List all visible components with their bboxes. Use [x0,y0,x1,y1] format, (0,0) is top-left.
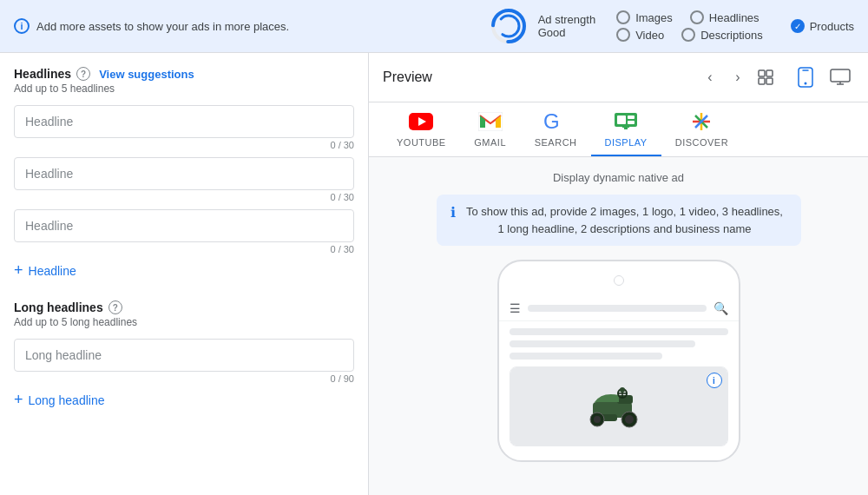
add-headline-label: Headline [29,264,76,278]
nav-option-products[interactable]: Products [791,19,854,33]
nav-option-video[interactable]: Video [616,28,664,42]
long-headline-field-1-wrapper: 0 / 90 [14,339,354,384]
headline-field-2[interactable] [14,157,354,190]
nav-option-headlines[interactable]: Headlines [690,10,760,24]
info-banner: ℹ To show this ad, provide 2 images, 1 l… [437,195,801,246]
headlines-section: Headlines ? View suggestions Add up to 5… [14,67,354,280]
desktop-icon[interactable] [826,63,854,91]
headlines-title-row: Headlines ? View suggestions [14,67,354,81]
left-panel: Headlines ? View suggestions Add up to 5… [0,53,369,495]
view-suggestions-link[interactable]: View suggestions [99,68,194,81]
long-headline-field-1[interactable] [14,339,354,372]
long-headlines-section: Long headlines ? Add up to 5 long headli… [14,300,354,409]
headline-field-3[interactable] [14,209,354,242]
svg-rect-22 [624,127,628,129]
top-bar: i Add more assets to show your ads in mo… [0,0,868,53]
display-label: DISPLAY [605,137,648,148]
gmail-icon [478,109,503,134]
search-platform-icon: G [543,109,568,134]
headlines-subtitle: Add up to 5 headlines [14,82,354,95]
add-plus-icon: + [14,261,23,280]
platform-tabs: YOUTUBE GMAIL [369,102,868,157]
tab-gmail[interactable]: GMAIL [460,102,521,156]
headline-2-char-count: 0 / 30 [14,192,354,202]
phone-search-icon: 🔍 [713,301,728,315]
long-headlines-title: Long headlines [14,300,103,314]
images-radio[interactable] [616,10,630,24]
tab-discover[interactable]: DISCOVER [661,102,742,156]
svg-text:G: G [543,109,560,133]
content-line-2 [510,340,695,347]
info-text: Add more assets to show your ads in more… [36,20,289,33]
phone-camera [614,275,624,286]
headlines-radio[interactable] [690,10,704,24]
long-headlines-subtitle: Add up to 5 long headlines [14,316,354,328]
headline-field-1[interactable] [14,105,354,138]
device-icons [792,63,854,91]
svg-rect-5 [759,78,765,84]
descriptions-label: Descriptions [700,29,763,42]
add-long-headline-button[interactable]: + Long headline [14,391,354,409]
svg-rect-6 [766,78,773,84]
search-label: SEARCH [535,137,577,148]
headlines-title: Headlines [14,67,71,81]
products-label: Products [810,20,854,33]
svg-point-8 [805,82,807,85]
grid-icon[interactable] [753,65,778,89]
phone-mockup: ☰ 🔍 [497,260,740,462]
long-headline-1-char-count: 0 / 90 [14,373,354,384]
headlines-help-icon[interactable]: ? [76,67,90,81]
preview-content: Display dynamic native ad ℹ To show this… [369,157,868,495]
discover-label: DISCOVER [675,137,728,148]
content-line-3 [510,353,662,360]
long-headlines-help-icon[interactable]: ? [108,300,122,314]
content-line-1 [510,328,728,335]
nav-options: Images Headlines Video Descriptions [616,10,763,42]
add-headline-button[interactable]: + Headline [14,261,354,280]
video-label: Video [635,29,664,42]
info-icon: i [14,18,30,34]
gmail-label: GMAIL [474,137,506,148]
svg-rect-10 [831,69,850,82]
headline-field-1-wrapper: 0 / 30 [14,105,354,150]
ad-strength-value: Good [538,26,596,39]
ad-strength-label: Ad strength [538,13,596,26]
svg-rect-20 [628,121,635,124]
svg-point-32 [594,416,601,423]
mower-image [584,376,654,437]
headlines-label: Headlines [709,11,760,24]
info-banner-icon: ℹ [450,204,456,221]
nav-option-descriptions[interactable]: Descriptions [681,28,763,42]
youtube-icon [409,109,433,134]
preview-nav: ‹ › [698,65,778,89]
svg-rect-3 [759,70,765,76]
mobile-icon[interactable] [792,63,819,91]
long-headlines-title-row: Long headlines ? [14,300,354,314]
svg-rect-18 [617,116,626,124]
headline-3-char-count: 0 / 30 [14,244,354,254]
tab-youtube[interactable]: YOUTUBE [383,102,460,156]
add-long-headline-label: Long headline [29,393,105,407]
phone-ad-image: i [510,367,727,446]
svg-point-38 [620,387,625,393]
nav-option-images[interactable]: Images [616,10,673,24]
main-content: Headlines ? View suggestions Add up to 5… [0,53,868,495]
preview-header: Preview ‹ › [369,53,868,102]
phone-ad-info-btn: i [707,373,722,388]
nav-row-1: Images Headlines [616,10,763,24]
video-radio[interactable] [616,28,630,42]
ad-strength-text: Ad strength Good [538,13,596,39]
svg-rect-4 [766,70,773,76]
tab-display[interactable]: DISPLAY [591,102,661,156]
svg-point-2 [498,16,519,36]
prev-arrow[interactable]: ‹ [698,65,722,89]
products-radio[interactable] [791,19,805,33]
add-long-plus-icon: + [14,391,23,409]
next-arrow[interactable]: › [726,65,750,89]
right-panel: Preview ‹ › [369,53,868,495]
phone-content: i [499,321,739,460]
ad-strength-section: Ad strength Good [490,7,596,45]
tab-search[interactable]: G SEARCH [521,102,591,156]
descriptions-radio[interactable] [681,28,695,42]
nav-row-2: Video Descriptions [616,28,763,42]
